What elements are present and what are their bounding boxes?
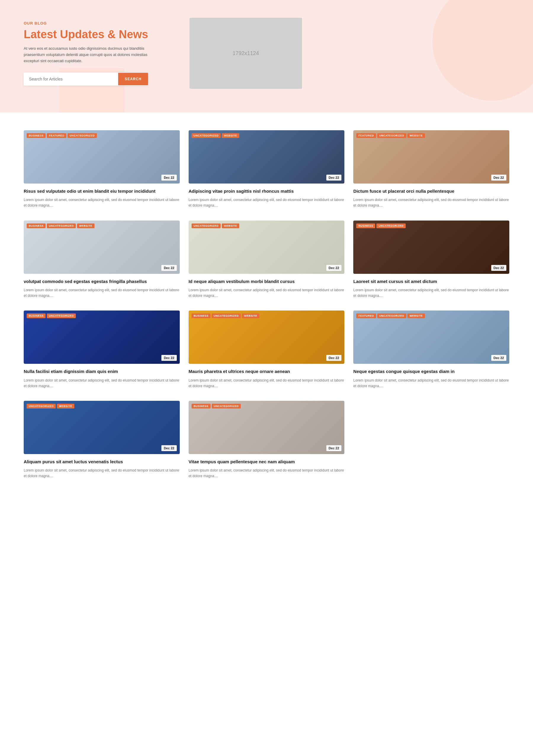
- article-card[interactable]: BUSINESSUNCATEGORIZEDWEBSITEDec 22Mauris…: [189, 310, 345, 389]
- article-date: Dec 22: [161, 445, 177, 451]
- hero-image-label: 1792x1124: [233, 50, 259, 57]
- article-tag: WEBSITE: [242, 313, 259, 318]
- article-image-wrap: FEATUREDUNCATEGORIZEDWEBSITEDec 22: [353, 310, 509, 364]
- article-tags: UNCATEGORIZEDWEBSITE: [192, 133, 239, 138]
- article-card[interactable]: UNCATEGORIZEDWEBSITEDec 22Aliquam purus …: [24, 401, 180, 479]
- article-tags: FEATUREDUNCATEGORIZEDWEBSITE: [356, 133, 425, 138]
- article-tag: UNCATEGORIZED: [47, 224, 76, 228]
- article-excerpt: Lorem ipsum dolor sit amet, consectetur …: [24, 378, 180, 389]
- article-tag: UNCATEGORIZED: [47, 313, 76, 318]
- article-tag: WEBSITE: [222, 224, 239, 228]
- article-image-wrap: BUSINESSUNCATEGORIZEDDec 22: [189, 401, 345, 454]
- article-image: [189, 221, 345, 274]
- article-image-wrap: FEATUREDUNCATEGORIZEDWEBSITEDec 22: [353, 130, 509, 183]
- article-card[interactable]: FEATUREDUNCATEGORIZEDWEBSITEDec 22Neque …: [353, 310, 509, 389]
- article-excerpt: Lorem ipsum dolor sit amet, consectetur …: [189, 287, 345, 299]
- article-tag: BUSINESS: [27, 224, 45, 228]
- article-tags: BUSINESSUNCATEGORIZED: [356, 224, 406, 228]
- article-title: Dictum fusce ut placerat orci nulla pell…: [353, 188, 509, 194]
- article-tags: BUSINESSUNCATEGORIZED: [192, 404, 241, 409]
- article-date: Dec 22: [326, 175, 341, 180]
- article-tag: UNCATEGORIZED: [192, 224, 221, 228]
- hero-section: OUR BLOG Latest Updates & News At vero e…: [0, 0, 533, 113]
- article-tags: BUSINESSUNCATEGORIZEDWEBSITE: [192, 313, 259, 318]
- article-tag: UNCATEGORIZED: [212, 313, 241, 318]
- article-card[interactable]: UNCATEGORIZEDWEBSITEDec 22Adipiscing vit…: [189, 130, 345, 209]
- article-title: Nulla facilisi etiam dignissim diam quis…: [24, 368, 180, 374]
- search-bar: SEARCH: [24, 72, 148, 86]
- article-image-wrap: UNCATEGORIZEDWEBSITEDec 22: [189, 221, 345, 274]
- hero-image: 1792x1124: [189, 18, 302, 89]
- article-card[interactable]: FEATUREDUNCATEGORIZEDWEBSITEDec 22Dictum…: [353, 130, 509, 209]
- hero-bg-circle: [432, 0, 533, 101]
- article-title: Laoreet sit amet cursus sit amet dictum: [353, 279, 509, 284]
- article-title: Mauris pharetra et ultrices neque ornare…: [189, 368, 345, 374]
- article-title: volutpat commodo sed egestas egestas fri…: [24, 279, 180, 284]
- article-tag: BUSINESS: [27, 133, 45, 138]
- article-card[interactable]: BUSINESSUNCATEGORIZEDWEBSITEDec 22volutp…: [24, 221, 180, 299]
- search-button[interactable]: SEARCH: [118, 73, 148, 85]
- article-title: Aliquam purus sit amet luctus venenatis …: [24, 459, 180, 465]
- article-tags: BUSINESSFEATUREDUNCATEGORIZED: [27, 133, 97, 138]
- article-image-wrap: BUSINESSFEATUREDUNCATEGORIZEDDec 22: [24, 130, 180, 183]
- article-excerpt: Lorem ipsum dolor sit amet, consectetur …: [189, 378, 345, 389]
- articles-section: BUSINESSFEATUREDUNCATEGORIZEDDec 22Risus…: [0, 113, 533, 497]
- article-image: [353, 310, 509, 364]
- article-tags: BUSINESSUNCATEGORIZEDWEBSITE: [27, 224, 95, 228]
- article-image-wrap: BUSINESSUNCATEGORIZEDDec 22: [353, 221, 509, 274]
- hero-content: OUR BLOG Latest Updates & News At vero e…: [24, 21, 172, 85]
- article-tag: FEATURED: [356, 133, 376, 138]
- article-excerpt: Lorem ipsum dolor sit amet, consectetur …: [24, 197, 180, 208]
- article-tag: WEBSITE: [77, 224, 95, 228]
- article-tag: FEATURED: [47, 133, 66, 138]
- article-image: [24, 401, 180, 454]
- hero-title: Latest Updates & News: [24, 28, 172, 41]
- article-date: Dec 22: [326, 445, 341, 451]
- article-image: [24, 310, 180, 364]
- article-card[interactable]: BUSINESSUNCATEGORIZEDDec 22Laoreet sit a…: [353, 221, 509, 299]
- article-card[interactable]: BUSINESSUNCATEGORIZEDDec 22Nulla facilis…: [24, 310, 180, 389]
- article-tag: WEBSITE: [57, 404, 74, 409]
- article-card[interactable]: BUSINESSUNCATEGORIZEDDec 22Vitae tempus …: [189, 401, 345, 479]
- article-excerpt: Lorem ipsum dolor sit amet, consectetur …: [24, 468, 180, 479]
- article-date: Dec 22: [326, 355, 341, 361]
- article-title: Vitae tempus quam pellentesque nec nam a…: [189, 459, 345, 465]
- article-tag: UNCATEGORIZED: [212, 404, 241, 409]
- article-date: Dec 22: [491, 265, 506, 271]
- article-tag: WEBSITE: [407, 133, 425, 138]
- article-image-wrap: BUSINESSUNCATEGORIZEDDec 22: [24, 310, 180, 364]
- article-tag: UNCATEGORIZED: [27, 404, 56, 409]
- article-date: Dec 22: [161, 265, 177, 271]
- article-tag: UNCATEGORIZED: [192, 133, 221, 138]
- article-tag: FEATURED: [356, 313, 376, 318]
- article-excerpt: Lorem ipsum dolor sit amet, consectetur …: [24, 287, 180, 299]
- search-input[interactable]: [24, 72, 118, 86]
- article-tags: UNCATEGORIZEDWEBSITE: [27, 404, 74, 409]
- article-card[interactable]: UNCATEGORIZEDWEBSITEDec 22Id neque aliqu…: [189, 221, 345, 299]
- article-card[interactable]: BUSINESSFEATUREDUNCATEGORIZEDDec 22Risus…: [24, 130, 180, 209]
- article-image: [24, 130, 180, 183]
- article-date: Dec 22: [161, 175, 177, 180]
- article-tag: BUSINESS: [356, 224, 375, 228]
- hero-title-start: Latest Updates &: [24, 28, 119, 40]
- article-tag: UNCATEGORIZED: [68, 133, 97, 138]
- article-tag: WEBSITE: [407, 313, 425, 318]
- article-excerpt: Lorem ipsum dolor sit amet, consectetur …: [353, 197, 509, 208]
- article-tags: BUSINESSUNCATEGORIZED: [27, 313, 76, 318]
- articles-grid: BUSINESSFEATUREDUNCATEGORIZEDDec 22Risus…: [24, 130, 509, 479]
- article-excerpt: Lorem ipsum dolor sit amet, consectetur …: [189, 468, 345, 479]
- article-tags: FEATUREDUNCATEGORIZEDWEBSITE: [356, 313, 425, 318]
- article-excerpt: Lorem ipsum dolor sit amet, consectetur …: [353, 287, 509, 299]
- article-image: [189, 401, 345, 454]
- article-tag: WEBSITE: [222, 133, 239, 138]
- article-image-wrap: UNCATEGORIZEDWEBSITEDec 22: [189, 130, 345, 183]
- article-tags: UNCATEGORIZEDWEBSITE: [192, 224, 239, 228]
- article-tag: BUSINESS: [27, 313, 45, 318]
- article-image-wrap: UNCATEGORIZEDWEBSITEDec 22: [24, 401, 180, 454]
- article-image: [189, 130, 345, 183]
- article-title: Id neque aliquam vestibulum morbi blandi…: [189, 279, 345, 284]
- article-date: Dec 22: [161, 355, 177, 361]
- hero-title-highlight: News: [119, 28, 148, 40]
- article-image: [24, 221, 180, 274]
- article-image: [353, 130, 509, 183]
